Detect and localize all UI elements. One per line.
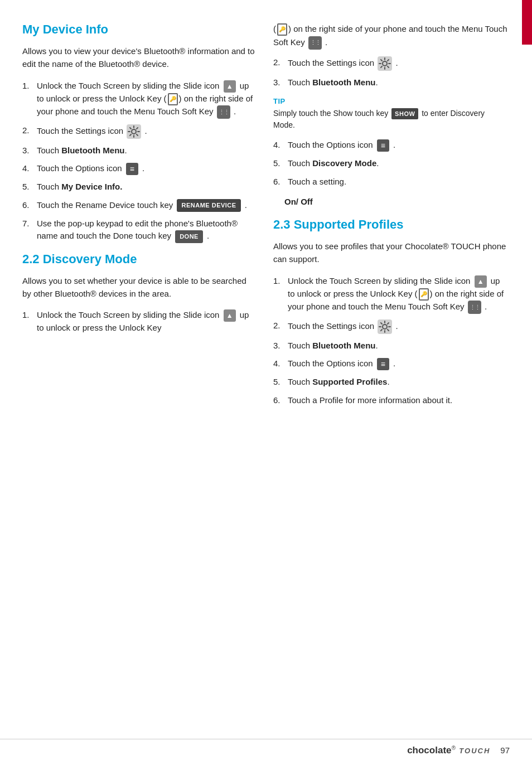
unlock-key-icon-p: 🔑 xyxy=(419,288,429,301)
tip-label: TIP xyxy=(273,97,507,105)
step-3-mydevice: 3. Touch Bluetooth Menu. xyxy=(22,144,257,157)
menu-soft-key-icon xyxy=(217,105,230,119)
step-5-discovery-r: 5. Touch Discovery Mode. xyxy=(273,157,507,170)
step-num-p6: 6. xyxy=(273,394,288,407)
step-content-p4: Touch the Options icon . xyxy=(288,357,507,370)
touch-text: TOUCH xyxy=(459,747,490,755)
step-content-6: Touch the Rename Device touch key RENAME… xyxy=(37,199,257,212)
options-icon xyxy=(126,163,138,175)
bluetooth-menu-label: Bluetooth Menu xyxy=(61,146,124,155)
step-num-7: 7. xyxy=(22,217,37,230)
step-num-dr6: 6. xyxy=(273,176,288,188)
right-column: (🔑) on the right side of your phone and … xyxy=(273,22,507,722)
step-2-discovery-r: 2. Touch the Settings icon . xyxy=(273,56,507,71)
step-content-4: Touch the Options icon . xyxy=(37,162,257,175)
options-icon-p xyxy=(377,358,389,370)
steps-list-discovery: 1. Unlock the Touch Screen by sliding th… xyxy=(22,309,257,335)
discovery-mode-label: Discovery Mode xyxy=(312,158,376,168)
settings-icon-p xyxy=(378,319,392,334)
options-icon-r xyxy=(377,139,389,152)
step-num-p4: 4. xyxy=(273,357,288,370)
step-6-discovery-r: 6. Touch a setting. xyxy=(273,176,507,188)
section-title-my-device-info: My Device Info xyxy=(22,22,257,37)
footer: chocolate® TOUCH 97 xyxy=(0,739,532,765)
step-num-dr2: 2. xyxy=(273,56,288,69)
step-content-dr4: Touch the Options icon . xyxy=(288,139,507,152)
step-content-3: Touch Bluetooth Menu. xyxy=(37,144,257,157)
brand-reg: ® xyxy=(452,745,456,751)
footer-brand: chocolate® TOUCH xyxy=(407,745,490,756)
step-content-5: Touch My Device Info. xyxy=(37,181,257,193)
step-num-4: 4. xyxy=(22,162,37,175)
step-content-2: Touch the Settings icon . xyxy=(37,124,257,139)
step-num-3: 3. xyxy=(22,144,37,157)
step-num-p5: 5. xyxy=(273,376,288,389)
step-5-mydevice: 5. Touch My Device Info. xyxy=(22,181,257,193)
bluetooth-menu-label-p: Bluetooth Menu xyxy=(312,341,375,350)
step-num-1: 1. xyxy=(22,80,37,93)
steps-discovery-right: 2. Touch the Settings icon . xyxy=(273,56,507,89)
step-num-dr5: 5. xyxy=(273,157,288,170)
rename-device-button: RENAME DEVICE xyxy=(177,199,240,212)
step-num-5: 5. xyxy=(22,181,37,193)
step-num-dr4: 4. xyxy=(273,139,288,152)
my-device-info-label: My Device Info. xyxy=(61,182,122,191)
step-content-dr3: Touch Bluetooth Menu. xyxy=(288,76,507,89)
step-2-profiles: 2. Touch the Settings icon . xyxy=(273,319,507,334)
step-num-dr3: 3. xyxy=(273,76,288,89)
step-content-p5: Touch Supported Profiles. xyxy=(288,376,507,389)
section-desc-profiles: Allows you to see profiles that your Cho… xyxy=(273,240,507,266)
step-content-7: Use the pop-up keypad to edit the phone'… xyxy=(37,217,257,243)
section-desc-my-device-info: Allows you to view your device's Bluetoo… xyxy=(22,45,257,71)
step-num-2: 2. xyxy=(22,124,37,137)
bluetooth-menu-label-r: Bluetooth Menu xyxy=(312,78,375,87)
menu-soft-key-icon-p xyxy=(468,301,481,314)
steps-list-my-device-info: 1. Unlock the Touch Screen by sliding th… xyxy=(22,80,257,243)
step-4-mydevice: 4. Touch the Options icon . xyxy=(22,162,257,175)
section-title-profiles: 2.3 Supported Profiles xyxy=(273,217,507,232)
step-content-p6: Touch a Profile for more information abo… xyxy=(288,394,507,407)
step-1-discovery-continued: (🔑) on the right side of your phone and … xyxy=(273,22,507,50)
section-desc-discovery: Allows you to set whether your device is… xyxy=(22,274,257,301)
tip-content: Simply touch the Show touch key SHOW to … xyxy=(273,108,507,132)
slide-icon xyxy=(224,80,236,93)
left-column: My Device Info Allows you to view your d… xyxy=(22,22,257,722)
step-6-profiles: 6. Touch a Profile for more information … xyxy=(273,394,507,407)
supported-profiles-label: Supported Profiles xyxy=(312,377,387,386)
step-2-mydevice: 2. Touch the Settings icon . xyxy=(22,124,257,139)
section-title-discovery: 2.2 Discovery Mode xyxy=(22,252,257,267)
step-3-profiles: 3. Touch Bluetooth Menu. xyxy=(273,340,507,352)
step-4-discovery-r: 4. Touch the Options icon . xyxy=(273,139,507,152)
step-num-p1: 1. xyxy=(273,275,288,288)
step-1-discovery: 1. Unlock the Touch Screen by sliding th… xyxy=(22,309,257,335)
on-off-label: On/ Off xyxy=(284,197,507,206)
menu-soft-key-icon-r xyxy=(308,36,322,50)
step-4-profiles: 4. Touch the Options icon . xyxy=(273,357,507,370)
step-num-6: 6. xyxy=(22,199,37,212)
step-3-discovery-r: 3. Touch Bluetooth Menu. xyxy=(273,76,507,89)
step-num-p2: 2. xyxy=(273,319,288,332)
step-7-mydevice: 7. Use the pop-up keypad to edit the pho… xyxy=(22,217,257,243)
step-content-dr6: Touch a setting. xyxy=(288,176,507,188)
step-content-dr5: Touch Discovery Mode. xyxy=(288,157,507,170)
done-button: DONE xyxy=(175,230,203,243)
brand-name: chocolate xyxy=(407,745,451,756)
section-my-device-info: My Device Info Allows you to view your d… xyxy=(22,22,257,243)
step-content-p2: Touch the Settings icon . xyxy=(288,319,507,334)
step-6-mydevice: 6. Touch the Rename Device touch key REN… xyxy=(22,199,257,212)
step-num-d1: 1. xyxy=(22,309,37,322)
step-1-mydevice: 1. Unlock the Touch Screen by sliding th… xyxy=(22,80,257,119)
section-discovery-mode: 2.2 Discovery Mode Allows you to set whe… xyxy=(22,252,257,335)
step-content-p1: Unlock the Touch Screen by sliding the S… xyxy=(288,275,507,314)
tip-box: TIP Simply touch the Show touch key SHOW… xyxy=(273,97,507,132)
step-content-dr2: Touch the Settings icon . xyxy=(288,56,507,71)
unlock-key-icon: 🔑 xyxy=(168,93,178,105)
section-supported-profiles: 2.3 Supported Profiles Allows you to see… xyxy=(273,217,507,406)
slide-icon-p xyxy=(475,275,487,288)
step-content-p3: Touch Bluetooth Menu. xyxy=(288,340,507,352)
settings-icon xyxy=(127,124,141,139)
content-area: My Device Info Allows you to view your d… xyxy=(0,0,532,733)
steps-list-profiles: 1. Unlock the Touch Screen by sliding th… xyxy=(273,275,507,407)
step-content-1: Unlock the Touch Screen by sliding the S… xyxy=(37,80,257,119)
step-1-profiles: 1. Unlock the Touch Screen by sliding th… xyxy=(273,275,507,314)
